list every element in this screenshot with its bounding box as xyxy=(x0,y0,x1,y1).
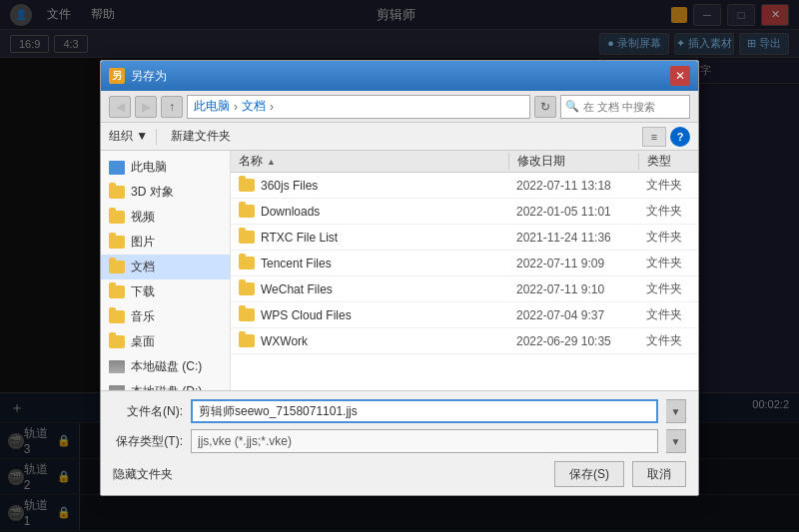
dialog-action-row: 隐藏文件夹 保存(S) 取消 xyxy=(113,461,686,487)
hide-folder-checkbox[interactable]: 隐藏文件夹 xyxy=(113,466,173,483)
file-name-0: 360js Files xyxy=(261,179,318,193)
col-name-label: 名称 xyxy=(239,153,263,170)
file-date-0: 2022-07-11 13:18 xyxy=(508,179,638,193)
folder-icon-row-4 xyxy=(239,282,255,295)
filetype-dropdown[interactable]: ▼ xyxy=(666,429,686,453)
file-date-3: 2022-07-11 9:09 xyxy=(508,257,638,270)
sidebar-item-disk-d[interactable]: 本地磁盘 (D:) xyxy=(101,379,230,390)
sidebar-item-video[interactable]: 视频 xyxy=(101,205,230,230)
sidebar-label-disk-d: 本地磁盘 (D:) xyxy=(131,383,202,390)
sidebar-label-desktop: 桌面 xyxy=(131,333,155,350)
folder-icon-row-2 xyxy=(239,231,255,244)
folder-icon-desktop xyxy=(109,335,125,348)
col-date-header[interactable]: 修改日期 xyxy=(508,153,638,170)
disk-icon-d xyxy=(109,385,125,390)
search-icon: 🔍 xyxy=(565,100,579,113)
folder-icon-3d xyxy=(109,186,125,199)
filetype-label: 保存类型(T): xyxy=(113,433,183,450)
breadcrumb-sep-1: › xyxy=(234,100,238,114)
search-box: 🔍 xyxy=(560,95,690,119)
file-name-cell-5: WPS Cloud Files xyxy=(231,308,508,322)
folder-icon-download xyxy=(109,285,125,298)
file-type-3: 文件夹 xyxy=(638,255,698,271)
breadcrumb-bar: 此电脑 › 文档 › xyxy=(187,95,530,119)
folder-icon-row-1 xyxy=(239,205,255,218)
sidebar-item-computer[interactable]: 此电脑 xyxy=(101,155,230,180)
save-button[interactable]: 保存(S) xyxy=(554,461,624,487)
file-date-6: 2022-06-29 10:35 xyxy=(508,334,638,348)
file-row-5[interactable]: WPS Cloud Files 2022-07-04 9:37 文件夹 xyxy=(231,302,698,328)
file-row-2[interactable]: RTXC File List 2021-11-24 11:36 文件夹 xyxy=(231,225,698,251)
new-folder-button[interactable]: 新建文件夹 xyxy=(165,126,237,147)
folder-icon-doc xyxy=(109,261,125,273)
file-name-cell-6: WXWork xyxy=(231,334,508,348)
folder-icon-image xyxy=(109,236,125,249)
file-type-1: 文件夹 xyxy=(638,203,698,220)
file-name-cell-2: RTXC File List xyxy=(231,231,508,245)
dialog-titlebar: 另 另存为 ✕ xyxy=(101,61,698,91)
disk-icon-c xyxy=(109,360,125,373)
help-button[interactable]: ? xyxy=(670,127,690,147)
filetype-input[interactable] xyxy=(191,429,658,453)
action-buttons: 保存(S) 取消 xyxy=(554,461,686,487)
breadcrumb-doc[interactable]: 文档 xyxy=(242,98,266,115)
sidebar-label-download: 下载 xyxy=(131,283,155,300)
filename-label: 文件名(N): xyxy=(113,403,183,420)
folder-icon-video xyxy=(109,211,125,224)
dialog-title-icon: 另 xyxy=(109,68,125,84)
sidebar-item-desktop[interactable]: 桌面 xyxy=(101,329,230,354)
sidebar-item-disk-c[interactable]: 本地磁盘 (C:) xyxy=(101,354,230,379)
dialog-title-text: 另存为 xyxy=(131,68,670,85)
view-toggle-btn[interactable]: ≡ xyxy=(642,127,666,147)
sidebar-item-image[interactable]: 图片 xyxy=(101,230,230,255)
sidebar-label-computer: 此电脑 xyxy=(131,159,167,176)
file-type-0: 文件夹 xyxy=(638,177,698,194)
dialog-toolbar: 组织 ▼ 新建文件夹 ≡ ? xyxy=(101,123,698,151)
sidebar-item-music[interactable]: 音乐 xyxy=(101,304,230,329)
breadcrumb-computer[interactable]: 此电脑 xyxy=(194,98,230,115)
file-row-0[interactable]: 360js Files 2022-07-11 13:18 文件夹 xyxy=(231,173,698,199)
file-type-5: 文件夹 xyxy=(638,306,698,323)
folder-icon-row-0 xyxy=(239,179,255,192)
nav-back-button[interactable]: ◀ xyxy=(109,96,131,118)
cancel-button[interactable]: 取消 xyxy=(632,461,686,487)
file-name-cell-1: Downloads xyxy=(231,205,508,219)
file-date-4: 2022-07-11 9:10 xyxy=(508,282,638,296)
file-row-4[interactable]: WeChat Files 2022-07-11 9:10 文件夹 xyxy=(231,276,698,302)
search-input[interactable] xyxy=(583,101,685,113)
file-type-2: 文件夹 xyxy=(638,229,698,246)
file-type-6: 文件夹 xyxy=(638,332,698,349)
dialog-body: 此电脑 3D 对象 视频 图片 xyxy=(101,151,698,390)
organize-btn[interactable]: 组织 ▼ xyxy=(109,128,148,145)
save-dialog: 另 另存为 ✕ ◀ ▶ ↑ 此电脑 › 文档 › ↻ 🔍 xyxy=(100,60,699,496)
file-row-1[interactable]: Downloads 2022-01-05 11:01 文件夹 xyxy=(231,199,698,225)
sidebar-item-doc[interactable]: 文档 xyxy=(101,255,230,279)
col-type-header[interactable]: 类型 xyxy=(638,153,698,170)
sidebar-label-doc: 文档 xyxy=(131,259,155,275)
nav-up-button[interactable]: ↑ xyxy=(161,96,183,118)
dialog-close-button[interactable]: ✕ xyxy=(670,66,690,86)
filename-input[interactable] xyxy=(191,399,658,423)
sort-arrow-icon: ▲ xyxy=(267,157,276,167)
sidebar-item-3d[interactable]: 3D 对象 xyxy=(101,180,230,205)
breadcrumb-sep-2: › xyxy=(270,100,274,114)
folder-icon-music xyxy=(109,310,125,323)
nav-forward-button[interactable]: ▶ xyxy=(135,96,157,118)
file-date-2: 2021-11-24 11:36 xyxy=(508,231,638,245)
sidebar-label-video: 视频 xyxy=(131,209,155,226)
toolbar-right: ≡ ? xyxy=(642,127,690,147)
col-name-header[interactable]: 名称 ▲ xyxy=(231,153,508,170)
sidebar-label-music: 音乐 xyxy=(131,308,155,325)
file-name-1: Downloads xyxy=(261,205,320,219)
file-name-5: WPS Cloud Files xyxy=(261,308,352,322)
sidebar-label-image: 图片 xyxy=(131,234,155,251)
file-row-3[interactable]: Tencent Files 2022-07-11 9:09 文件夹 xyxy=(231,251,698,276)
file-list-header: 名称 ▲ 修改日期 类型 xyxy=(231,151,698,173)
hide-folder-label: 隐藏文件夹 xyxy=(113,466,173,483)
nav-refresh-button[interactable]: ↻ xyxy=(534,96,556,118)
folder-icon-row-6 xyxy=(239,334,255,347)
file-name-2: RTXC File List xyxy=(261,231,338,245)
sidebar-item-download[interactable]: 下载 xyxy=(101,279,230,304)
filename-dropdown[interactable]: ▼ xyxy=(666,399,686,423)
file-row-6[interactable]: WXWork 2022-06-29 10:35 文件夹 xyxy=(231,328,698,354)
